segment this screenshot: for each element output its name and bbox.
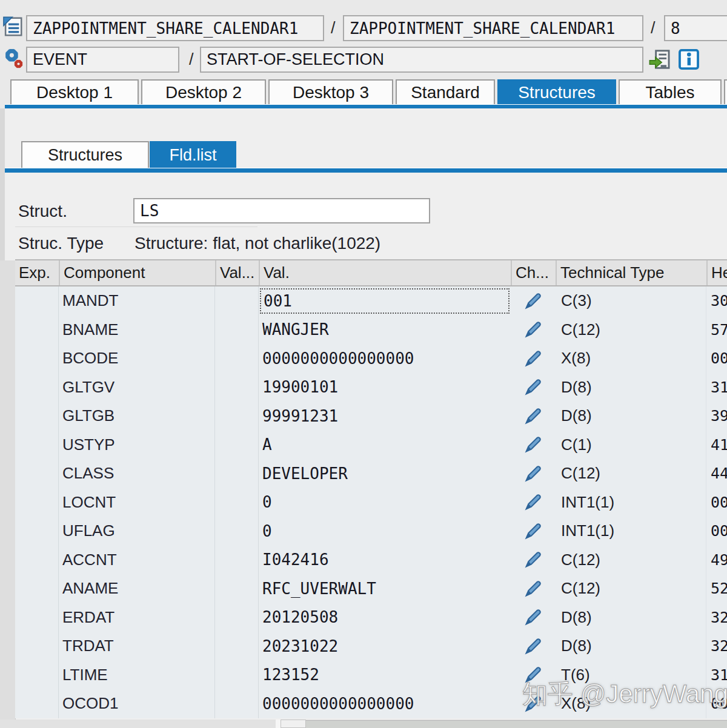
event-value-field[interactable]: START-OF-SELECTION [200,47,643,73]
main-tab-strip: Desktop 1 Desktop 2 Desktop 3 Standard S… [0,79,727,104]
hex-cell: 00 [706,344,727,373]
table-row: BCODE 0000000000000000 X(8) 00 [15,344,727,373]
scrollbar-segment[interactable] [281,720,306,728]
step-list-icon[interactable] [648,48,671,71]
pencil-edit-icon[interactable] [523,693,543,714]
pencil-edit-icon[interactable] [523,291,543,311]
value-cell[interactable]: 0000000000000000 [259,344,511,373]
value-cell[interactable]: 20120508 [259,603,511,632]
change-cell [511,373,556,402]
hex-cell: 41 [706,431,727,460]
hex-cell: 00 [706,689,727,718]
value-cell[interactable]: RFC_UVERWALT [259,574,511,603]
info-icon[interactable] [677,48,700,71]
val-info-cell [215,431,259,460]
main-tab[interactable]: Desktop 1 [10,79,139,104]
value-cell[interactable]: 20231022 [259,632,511,661]
val-info-cell [215,603,259,632]
pencil-edit-icon[interactable] [523,521,543,541]
exp-cell [15,632,59,661]
fieldlist-table: Exp. Component Val... Val. Ch... Technic… [15,259,727,718]
main-tab[interactable]: Standard [396,79,495,104]
exp-cell [15,316,59,345]
change-cell [511,402,556,431]
component-cell: BCODE [59,344,215,373]
event-field[interactable]: EVENT [26,47,179,73]
hex-cell: 44 [706,459,727,488]
bottom-scrollbar-strip[interactable] [0,720,727,728]
component-cell: TRDAT [59,632,215,661]
pencil-edit-icon[interactable] [523,492,543,512]
component-cell: LTIME [59,661,215,690]
main-tab[interactable]: Desktop 2 [141,79,266,104]
main-tab[interactable]: Tables [619,79,722,104]
program-field-2[interactable]: ZAPPOINTMENT_SHARE_CALENDAR1 [343,15,643,41]
table-row: ERDAT 20120508 D(8) 32 [15,603,727,632]
struct-type-value: Structure: flat, not charlike(1022) [134,234,380,253]
pencil-edit-icon[interactable] [523,434,543,455]
table-row: ACCNT I042416 C(12) 49 [15,546,727,575]
pencil-edit-icon[interactable] [523,636,543,657]
column-header-hex: He [706,260,727,285]
value-cell[interactable]: 0 [259,517,511,546]
value-cell[interactable]: 0000000000000000 [259,689,511,718]
val-info-cell [215,459,259,488]
exp-cell [15,689,59,718]
val-info-cell [215,402,259,431]
program-field-1[interactable]: ZAPPOINTMENT_SHARE_CALENDAR1 [26,15,324,41]
table-row: MANDT 001 C(3) 30 [15,286,727,316]
pencil-edit-icon[interactable] [523,607,543,627]
main-tab-label: Standard [411,83,480,102]
component-cell: OCOD1 [59,689,215,718]
gears-icon [1,47,24,70]
table-row: BNAME WANGJER C(12) 57 [15,316,727,345]
value-cell[interactable]: A [259,431,511,460]
main-tab-label: Desktop 2 [165,83,242,102]
pencil-edit-icon[interactable] [523,578,543,599]
change-cell [511,459,556,488]
value-cell[interactable]: WANGJER [259,316,511,345]
component-cell: ERDAT [59,603,215,632]
value-cell[interactable]: I042416 [259,546,511,575]
change-cell [511,316,556,345]
value-cell[interactable]: 99991231 [259,402,511,431]
table-row: OCOD1 0000000000000000 X(8) 00 [15,689,727,718]
hex-cell: 00 [706,488,727,517]
main-tab-label: Structures [518,83,596,102]
scrollbar-thumb[interactable] [306,720,727,728]
value-cell[interactable]: 0 [259,488,511,517]
exp-cell [15,373,59,402]
sub-tab[interactable]: Fld.list [150,141,236,168]
val-info-cell [215,316,259,345]
table-row: LTIME 123152 T(6) 31 [15,661,727,690]
main-tab[interactable]: Desktop 3 [268,79,393,104]
main-tab[interactable]: O [724,79,727,104]
pencil-edit-icon[interactable] [523,406,543,426]
sub-tab[interactable]: Structures [21,141,149,168]
table-row: GLTGB 99991231 D(8) 39 [15,402,727,431]
pencil-edit-icon[interactable] [523,664,543,685]
pencil-edit-icon[interactable] [523,377,543,397]
exp-cell [15,574,59,603]
pencil-edit-icon[interactable] [523,348,543,369]
value-cell[interactable]: 19900101 [259,373,511,402]
value-cell[interactable]: DEVELOPER [259,459,511,488]
value-cell[interactable]: 123152 [259,661,511,690]
table-row: CLASS DEVELOPER C(12) 44 [15,459,727,488]
table-row: TRDAT 20231022 D(8) 32 [15,632,727,661]
pencil-edit-icon[interactable] [523,319,543,340]
line-number-field[interactable]: 8 [664,15,727,41]
main-tab[interactable]: Structures [497,79,616,104]
exp-cell [15,661,59,690]
component-cell: BNAME [59,316,215,345]
pencil-edit-icon[interactable] [523,549,543,570]
value-cell[interactable]: 001 [260,288,510,314]
sub-tab-strip: Structures Fld.list [0,141,727,168]
exp-cell [15,488,59,517]
val-info-cell [215,546,259,575]
exp-cell [15,286,59,316]
pencil-edit-icon[interactable] [523,463,543,484]
technical-type-cell: C(12) [556,574,706,603]
struct-input[interactable]: LS [133,198,430,223]
main-tab-label: Desktop 1 [36,83,113,102]
